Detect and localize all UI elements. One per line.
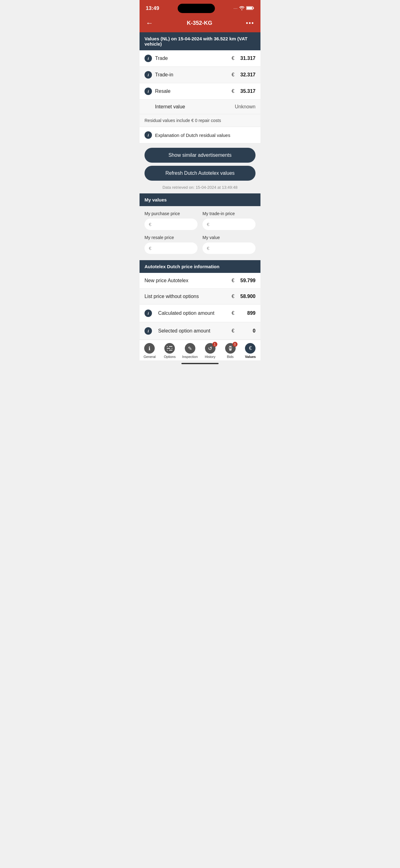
- selected-option-info-icon[interactable]: i: [144, 327, 152, 335]
- status-icons: ····: [233, 6, 254, 11]
- bids-badge: 0: [233, 342, 237, 347]
- bottom-navigation: ℹ General Options ✎ Inspection: [139, 340, 261, 361]
- selected-option-amount: 0: [237, 328, 256, 334]
- values-icon-wrap: €: [245, 343, 256, 353]
- svg-rect-2: [246, 7, 252, 9]
- calc-option-row: i Calculated option amount € 899: [139, 305, 261, 322]
- general-icon-wrap: ℹ: [144, 343, 155, 353]
- purchase-price-field: My purchase price €: [143, 209, 199, 232]
- signal-icon: ····: [233, 6, 237, 10]
- list-price-amount: 58.900: [237, 294, 256, 299]
- svg-rect-1: [253, 7, 254, 9]
- svg-point-6: [168, 346, 169, 347]
- home-indicator: [139, 361, 261, 367]
- purchase-price-input[interactable]: €: [144, 219, 198, 230]
- nav-item-bids[interactable]: 0 Bids: [223, 343, 238, 359]
- general-nav-label: General: [143, 355, 156, 359]
- battery-icon: [246, 6, 254, 11]
- calc-option-info-icon[interactable]: i: [144, 310, 152, 317]
- status-bar: 13:49 ····: [139, 0, 261, 16]
- my-value-field: My value €: [201, 233, 257, 256]
- calc-option-currency: €: [232, 310, 234, 316]
- new-price-amount: 59.799: [237, 278, 256, 283]
- show-similar-button[interactable]: Show similar advertisements: [144, 148, 256, 163]
- resale-label: Resale: [155, 89, 232, 94]
- nav-item-values[interactable]: € Values: [242, 343, 258, 359]
- trade-amount: 31.317: [237, 56, 256, 61]
- values-section: i Trade € 31.317 i Trade-in € 32.317 i R…: [139, 50, 261, 114]
- more-button[interactable]: •••: [246, 20, 254, 27]
- bids-nav-label: Bids: [227, 355, 233, 359]
- resale-info-icon[interactable]: i: [144, 88, 152, 95]
- dynamic-island: [178, 4, 215, 13]
- list-price-label: List price without options: [144, 294, 232, 299]
- trade-row: i Trade € 31.317: [139, 50, 261, 67]
- autotelex-section-header: Autotelex Dutch price information: [139, 260, 261, 273]
- nav-item-history[interactable]: ↺ 1 History: [202, 343, 218, 359]
- trade-in-price-label: My trade-in price: [202, 211, 256, 216]
- calc-option-amount: 899: [237, 310, 256, 316]
- internet-value-label: Internet value: [155, 104, 235, 110]
- values-icon: €: [245, 343, 256, 353]
- wifi-icon: [239, 6, 245, 11]
- options-icon: [164, 343, 175, 353]
- inspection-icon-wrap: ✎: [185, 343, 195, 353]
- list-price-row: List price without options € 58.900: [139, 289, 261, 305]
- my-value-input[interactable]: €: [202, 243, 256, 254]
- nav-item-inspection[interactable]: ✎ Inspection: [182, 343, 198, 359]
- internet-value-row: Internet value Unknown: [139, 100, 261, 114]
- resale-row: i Resale € 35.317: [139, 83, 261, 100]
- my-value-label: My value: [202, 235, 256, 240]
- trade-in-price-field: My trade-in price €: [201, 209, 257, 232]
- resale-amount: 35.317: [237, 89, 256, 94]
- trade-in-info-icon[interactable]: i: [144, 71, 152, 79]
- trade-in-row: i Trade-in € 32.317: [139, 67, 261, 83]
- data-retrieved-text: Data retrieved on: 15-04-2024 at 13:49:4…: [163, 185, 237, 190]
- header-title: K-352-KG: [187, 20, 212, 26]
- trade-label: Trade: [155, 56, 232, 61]
- trade-in-currency: €: [232, 72, 234, 78]
- explanation-row[interactable]: i Explanation of Dutch residual values: [139, 127, 261, 144]
- resale-price-euro-symbol: €: [149, 246, 151, 251]
- new-price-currency: €: [232, 278, 234, 283]
- values-section-header: Values (NL) on 15-04-2024 with 36.522 km…: [139, 32, 261, 50]
- new-price-label: New price Autotelex: [144, 278, 232, 283]
- explanation-info-icon[interactable]: i: [144, 131, 152, 139]
- options-nav-label: Options: [164, 355, 175, 359]
- back-button[interactable]: ←: [146, 19, 153, 27]
- nav-item-general[interactable]: ℹ General: [142, 343, 157, 359]
- history-nav-label: History: [205, 355, 215, 359]
- my-value-euro-symbol: €: [207, 246, 209, 251]
- list-price-currency: €: [232, 294, 234, 299]
- resale-price-input[interactable]: €: [144, 243, 198, 254]
- selected-option-currency: €: [232, 328, 234, 334]
- purchase-price-euro-symbol: €: [149, 222, 151, 227]
- trade-in-euro-symbol: €: [207, 222, 209, 227]
- refresh-values-button[interactable]: Refresh Dutch Autotelex values: [144, 166, 256, 181]
- trade-info-icon[interactable]: i: [144, 55, 152, 62]
- trade-in-price-input[interactable]: €: [202, 219, 256, 230]
- autotelex-header-text: Autotelex Dutch price information: [144, 264, 220, 269]
- history-icon-wrap: ↺ 1: [205, 343, 215, 353]
- my-values-section-header: My values: [139, 193, 261, 206]
- trade-in-amount: 32.317: [237, 72, 256, 78]
- nav-item-options[interactable]: Options: [162, 343, 177, 359]
- values-header-text: Values (NL) on 15-04-2024 with 36.522 km…: [144, 36, 247, 46]
- repair-costs-text: Residual values include € 0 repair costs: [144, 118, 221, 123]
- inspection-nav-label: Inspection: [182, 355, 198, 359]
- trade-currency: €: [232, 56, 234, 61]
- selected-option-label: Selected option amount: [158, 328, 232, 334]
- selected-option-row: i Selected option amount € 0: [139, 322, 261, 340]
- options-icon-wrap: [164, 343, 175, 353]
- general-icon: ℹ: [144, 343, 155, 353]
- history-badge: 1: [212, 342, 218, 347]
- data-retrieved: Data retrieved on: 15-04-2024 at 13:49:4…: [139, 184, 261, 193]
- explanation-label: Explanation of Dutch residual values: [155, 132, 230, 138]
- header: ← K-352-KG •••: [139, 16, 261, 32]
- my-values-header-text: My values: [144, 197, 167, 203]
- new-price-row: New price Autotelex € 59.799: [139, 273, 261, 289]
- purchase-price-label: My purchase price: [144, 211, 198, 216]
- values-nav-label: Values: [245, 355, 256, 359]
- home-bar: [181, 363, 219, 364]
- my-values-grid: My purchase price € My trade-in price € …: [139, 206, 261, 260]
